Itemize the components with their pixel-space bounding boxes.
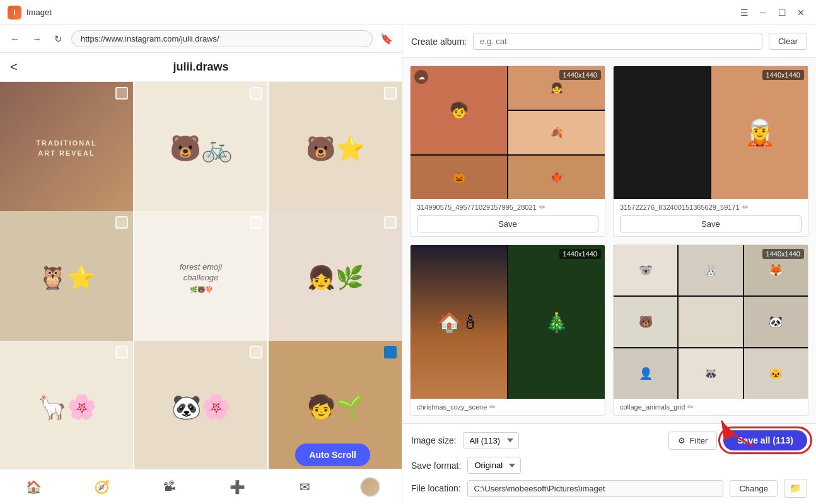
format-select[interactable]: Original JPG PNG WebP: [467, 457, 521, 474]
grid-select-4[interactable]: [115, 216, 128, 229]
image-card-4: 🐨 🐰 🦊 🐻 🐼 👤 🦝 🐱 1440x1440 collage: [613, 244, 808, 416]
image-size-badge-1: 1440x1440: [559, 70, 601, 80]
nav-profile-avatar[interactable]: [360, 477, 380, 497]
clear-button[interactable]: Clear: [769, 33, 807, 50]
grid-item[interactable]: forest emojichallenge 🌿🐻🍄: [134, 211, 267, 344]
grid-select-2[interactable]: [250, 87, 262, 100]
save-all-button[interactable]: Save all (113): [723, 430, 807, 450]
grid-select-6[interactable]: [384, 216, 397, 229]
menu-icon[interactable]: ☰: [737, 5, 752, 20]
grid-select-8[interactable]: [250, 346, 262, 358]
titlebar: Imaget ☰ ─ ☐ ✕: [0, 0, 816, 25]
controls-row3: File location: Change 📁: [411, 479, 807, 498]
browser-panel: ← → ↻ 🔖 < julii.draws TRADITIONALART REV…: [0, 25, 402, 504]
right-panel: Create album: Clear 🧒 👧 🍂 🎃 🍁 1440x1440: [402, 25, 816, 504]
save-image-button-2[interactable]: Save: [620, 215, 801, 232]
album-row: Create album: Clear: [402, 25, 816, 58]
image-card-2: 🧝 1440x1440 315722276_832400151365629_59…: [613, 66, 808, 237]
refresh-button[interactable]: ↻: [50, 31, 66, 47]
save-image-button-1[interactable]: Save: [417, 215, 598, 232]
auto-scroll-button[interactable]: Auto Scroll: [295, 444, 370, 466]
image-footer-1: 314990575_495771029157995_28021 ✏ Save: [411, 199, 605, 236]
filter-button[interactable]: ⚙ Filter: [668, 432, 717, 450]
grid-select-7[interactable]: [115, 346, 128, 358]
image-preview-3: 🏠🕯 🎄 1440x1440: [411, 245, 605, 399]
image-size-badge-4: 1440x1440: [762, 249, 804, 259]
image-footer-3: christmas_cozy_scene ✏: [411, 399, 605, 415]
image-footer-2: 315722276_832400151365629_59171 ✏ Save: [614, 199, 808, 236]
nav-explore[interactable]: 🧭: [89, 474, 114, 500]
maximize-icon[interactable]: ☐: [774, 5, 790, 20]
profile-back-button[interactable]: <: [10, 60, 18, 74]
image-footer-4: collage_animals_grid ✏: [614, 399, 808, 415]
titlebar-left: Imaget: [8, 6, 52, 20]
grid-select-9[interactable]: [384, 346, 397, 358]
forward-button[interactable]: →: [28, 31, 45, 47]
bottom-controls: Image size: All (113) Small Medium Large…: [402, 423, 816, 504]
images-area: 🧒 👧 🍂 🎃 🍁 1440x1440 ☁ 314990575_49577102…: [402, 58, 816, 423]
image-size-row: Image size: All (113) Small Medium Large: [411, 432, 519, 449]
grid-item[interactable]: 🐼🌸: [134, 341, 267, 469]
image-size-label: Image size:: [411, 435, 457, 445]
app-title: Imaget: [26, 8, 52, 17]
image-size-select[interactable]: All (113) Small Medium Large: [463, 432, 519, 449]
address-bar: ← → ↻ 🔖: [0, 25, 402, 53]
controls-row2: Save format: Original JPG PNG WebP: [411, 457, 807, 474]
main-layout: ← → ↻ 🔖 < julii.draws TRADITIONALART REV…: [0, 25, 816, 504]
image-filename-4: collage_animals_grid ✏: [620, 403, 801, 411]
grid-select-1[interactable]: [115, 87, 128, 100]
image-card-3: 🏠🕯 🎄 1440x1440 christmas_cozy_scene ✏: [410, 244, 605, 416]
edit-filename-icon-2[interactable]: ✏: [742, 203, 749, 212]
grid-item[interactable]: 🐻⭐: [269, 82, 402, 215]
profile-name: julii.draws: [173, 60, 228, 74]
change-button[interactable]: Change: [730, 480, 778, 497]
close-icon[interactable]: ✕: [793, 5, 808, 20]
file-label: File location:: [411, 483, 461, 493]
edit-filename-icon-4[interactable]: ✏: [687, 403, 694, 411]
profile-header: < julii.draws: [0, 53, 402, 82]
album-label: Create album:: [411, 37, 467, 47]
bottom-nav: 🏠 🧭 📽 ➕ ✉: [0, 469, 402, 504]
nav-add[interactable]: ➕: [224, 474, 250, 500]
titlebar-controls: ☰ ─ ☐ ✕: [737, 5, 808, 20]
nav-messages[interactable]: ✉: [293, 474, 318, 500]
instagram-grid: TRADITIONALART REVEAL 🐻🚲 🐻⭐: [0, 82, 402, 469]
grid-item[interactable]: 👧🌿: [269, 211, 402, 344]
right-controls: ⚙ Filter Save all (113): [668, 430, 807, 450]
app-icon: [8, 6, 21, 20]
edit-filename-icon-1[interactable]: ✏: [539, 203, 545, 212]
image-preview-1: 🧒 👧 🍂 🎃 🍁 1440x1440 ☁: [411, 66, 605, 199]
controls-row1: Image size: All (113) Small Medium Large…: [411, 430, 807, 450]
image-card-1: 🧒 👧 🍂 🎃 🍁 1440x1440 ☁ 314990575_49577102…: [410, 66, 605, 237]
save-all-wrapper: Save all (113): [723, 430, 807, 450]
image-preview-4: 🐨 🐰 🦊 🐻 🐼 👤 🦝 🐱 1440x1440: [614, 245, 808, 399]
back-button[interactable]: ←: [6, 31, 23, 47]
grid-select-5[interactable]: [250, 216, 262, 229]
image-size-badge-3: 1440x1440: [559, 249, 601, 259]
nav-reels[interactable]: 📽: [157, 474, 182, 500]
folder-icon-button[interactable]: 📁: [784, 479, 807, 498]
image-preview-2: 🧝 1440x1440: [614, 66, 808, 199]
grid-item[interactable]: 🦙🌸: [0, 341, 133, 469]
image-size-badge-2: 1440x1440: [762, 70, 804, 80]
filter-icon: ⚙: [678, 436, 685, 445]
grid-item[interactable]: 🧒🌱 Auto Scroll: [269, 341, 402, 469]
album-input[interactable]: [473, 33, 762, 50]
bookmark-button[interactable]: 🔖: [378, 30, 395, 47]
format-label: Save format:: [411, 461, 461, 471]
minimize-icon[interactable]: ─: [755, 5, 771, 20]
url-input[interactable]: [71, 30, 373, 47]
grid-item[interactable]: 🐻🚲: [134, 82, 267, 215]
edit-filename-icon-3[interactable]: ✏: [489, 403, 496, 411]
nav-home[interactable]: 🏠: [21, 474, 47, 500]
grid-item[interactable]: TRADITIONALART REVEAL: [0, 82, 133, 215]
image-filename-3: christmas_cozy_scene ✏: [417, 403, 598, 411]
image-filename-1: 314990575_495771029157995_28021 ✏: [417, 203, 598, 212]
file-path-input[interactable]: [467, 480, 724, 497]
grid-select-3[interactable]: [384, 87, 397, 100]
grid-item[interactable]: 🦉⭐: [0, 211, 133, 344]
image-filename-2: 315722276_832400151365629_59171 ✏: [620, 203, 801, 212]
